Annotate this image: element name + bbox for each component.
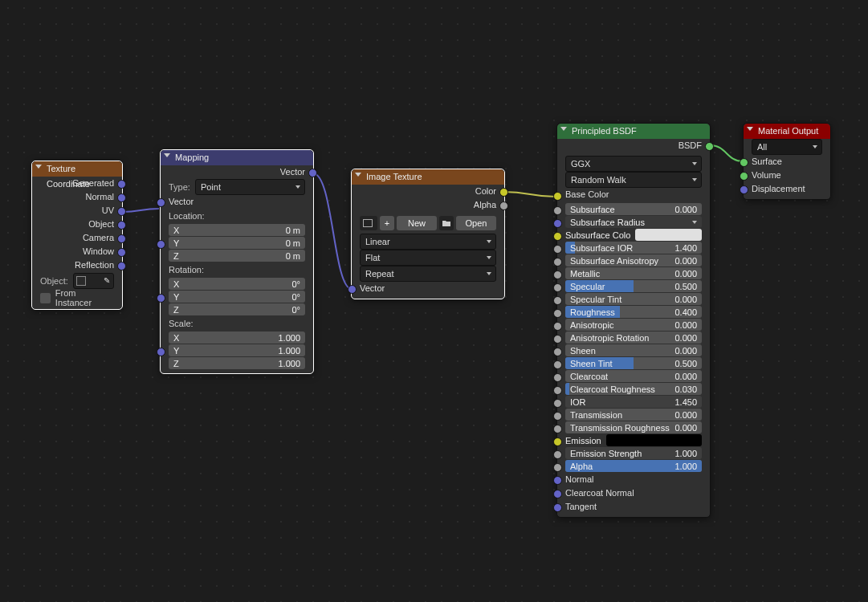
rotation-y[interactable]: Y0°: [169, 291, 305, 303]
scale-y[interactable]: Y1.000: [169, 344, 305, 356]
input-vector: Vector: [161, 195, 313, 209]
bsdf-emission[interactable]: Emission: [565, 434, 702, 446]
location-y[interactable]: Y0 m: [169, 237, 305, 249]
type-value[interactable]: Point: [195, 179, 305, 195]
from-instancer-checkbox[interactable]: From Instancer: [32, 290, 122, 306]
output-object: Object: [32, 218, 122, 231]
scale-label: Scale:: [161, 316, 313, 331]
from-instancer-label: From Instancer: [55, 288, 114, 307]
interpolation-dropdown[interactable]: Linear: [360, 234, 496, 250]
output-generated: Generated: [32, 177, 122, 190]
node-header[interactable]: Material Output: [744, 124, 830, 139]
location-z[interactable]: Z0 m: [169, 250, 305, 262]
bsdf-clearcoat[interactable]: Clearcoat0.000: [565, 370, 702, 382]
scale-x[interactable]: X1.000: [169, 332, 305, 344]
node-title: Mapping: [175, 153, 209, 162]
input-base-color: Base Color: [557, 188, 710, 202]
bsdf-sheen-tint[interactable]: Sheen Tint0.500: [565, 357, 702, 369]
input-surface: Surface: [744, 155, 830, 169]
node-material-output[interactable]: Material Output All SurfaceVolumeDisplac…: [743, 123, 831, 200]
eyedropper-icon[interactable]: ✎: [104, 276, 110, 285]
bsdf-roughness[interactable]: Roughness0.400: [565, 306, 702, 318]
input-volume: Volume: [744, 169, 830, 182]
object-label: Object:: [40, 276, 68, 286]
output-camera: Camera: [32, 231, 122, 245]
distribution-dropdown[interactable]: GGX: [565, 156, 702, 172]
location-x[interactable]: X0 m: [169, 224, 305, 236]
output-bsdf: BSDF: [557, 139, 710, 153]
new-image-button[interactable]: New: [397, 216, 437, 230]
bsdf-subsurface-radius[interactable]: Subsurface Radius: [565, 216, 702, 228]
bsdf-sheen[interactable]: Sheen0.000: [565, 344, 702, 356]
type-dropdown[interactable]: Type: Point: [161, 179, 313, 195]
output-normal: Normal: [32, 190, 122, 204]
bsdf-emission-strength[interactable]: Emission Strength1.000: [565, 447, 702, 459]
bsdf-alpha[interactable]: Alpha1.000: [565, 460, 702, 472]
output-vector: Vector: [161, 165, 313, 179]
location-label: Location:: [161, 209, 313, 223]
rotation-label: Rotation:: [161, 262, 313, 277]
bsdf-subsurface-anisotropy[interactable]: Subsurface Anisotropy0.000: [565, 254, 702, 266]
node-header[interactable]: Mapping: [161, 150, 313, 165]
bsdf-metallic[interactable]: Metallic0.000: [565, 267, 702, 279]
node-principled-bsdf[interactable]: Principled BSDF BSDF GGX Random Walk Bas…: [556, 123, 711, 518]
extension-dropdown[interactable]: Repeat: [360, 266, 496, 282]
projection-dropdown[interactable]: Flat: [360, 250, 496, 266]
bsdf-anisotropic[interactable]: Anisotropic0.000: [565, 319, 702, 331]
image-browse-button[interactable]: [360, 216, 377, 230]
node-header[interactable]: Principled BSDF: [557, 124, 710, 139]
bsdf-transmission-roughness[interactable]: Transmission Roughness0.000: [565, 421, 702, 433]
output-color: Color: [352, 185, 504, 198]
node-title: Image Texture: [366, 172, 422, 181]
output-reflection: Reflection: [32, 258, 122, 272]
bsdf-subsurface[interactable]: Subsurface0.000: [565, 203, 702, 215]
input-vector: Vector: [352, 282, 504, 295]
open-image-button[interactable]: Open: [456, 216, 496, 230]
node-mapping[interactable]: Mapping Vector Type: Point Vector Locati…: [160, 149, 314, 374]
rotation-x[interactable]: X0°: [169, 278, 305, 290]
bsdf-anisotropic-rotation[interactable]: Anisotropic Rotation0.000: [565, 332, 702, 344]
input-clearcoat-normal: Clearcoat Normal: [557, 486, 710, 500]
bsdf-specular-tint[interactable]: Specular Tint0.000: [565, 293, 702, 305]
bsdf-specular[interactable]: Specular0.500: [565, 280, 702, 292]
input-normal: Normal: [557, 473, 710, 486]
node-header[interactable]: Texture Coordinate: [32, 161, 122, 177]
output-alpha: Alpha: [352, 198, 504, 212]
target-dropdown[interactable]: All: [752, 139, 822, 155]
rotation-z[interactable]: Z0°: [169, 303, 305, 315]
bsdf-transmission[interactable]: Transmission0.000: [565, 409, 702, 421]
scale-z[interactable]: Z1.000: [169, 357, 305, 369]
node-image-texture[interactable]: Image Texture Color Alpha + New Open Lin…: [351, 169, 505, 299]
output-window: Window: [32, 245, 122, 258]
object-field[interactable]: Object: ✎: [32, 272, 122, 290]
node-texture-coordinate[interactable]: Texture Coordinate GeneratedNormalUVObje…: [31, 161, 123, 310]
add-image-button[interactable]: +: [380, 216, 394, 230]
output-uv: UV: [32, 204, 122, 218]
sss-method-dropdown[interactable]: Random Walk: [565, 172, 702, 188]
bsdf-subsurface-ior[interactable]: Subsurface IOR1.400: [565, 242, 702, 254]
node-title: Principled BSDF: [572, 126, 637, 136]
input-tangent: Tangent: [557, 500, 710, 514]
input-displacement: Displacement: [744, 182, 830, 196]
bsdf-clearcoat-roughness[interactable]: Clearcoat Roughness0.030: [565, 383, 702, 395]
node-title: Material Output: [758, 126, 818, 136]
open-folder-icon[interactable]: [439, 216, 454, 230]
node-header[interactable]: Image Texture: [352, 169, 504, 185]
bsdf-ior[interactable]: IOR1.450: [565, 396, 702, 408]
bsdf-subsurface-colo[interactable]: Subsurface Colo: [565, 229, 702, 241]
type-label: Type:: [169, 182, 190, 192]
